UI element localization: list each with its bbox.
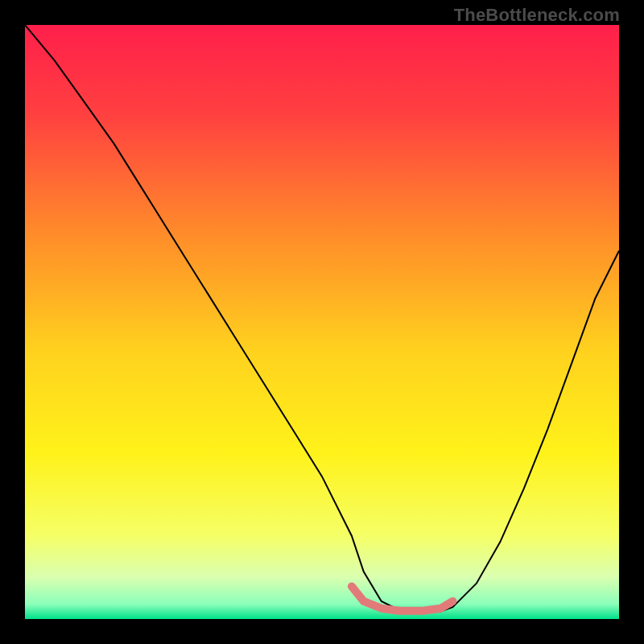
chart-frame: TheBottleneck.com: [0, 0, 644, 644]
chart-svg: [25, 25, 619, 619]
plot-area: [25, 25, 619, 619]
gradient-background: [25, 25, 619, 619]
watermark-text: TheBottleneck.com: [454, 5, 620, 26]
